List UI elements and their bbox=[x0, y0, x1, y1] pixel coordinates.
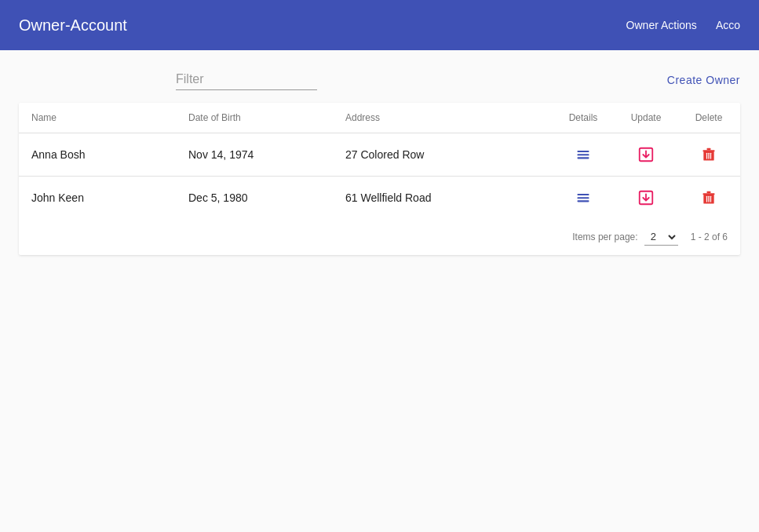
svg-rect-13 bbox=[578, 200, 589, 202]
items-per-page-wrapper: Items per page: 2 5 10 25 bbox=[572, 228, 677, 246]
col-header-update: Update bbox=[615, 103, 677, 133]
table-header-row: Name Date of Birth Address Details Updat… bbox=[19, 103, 740, 133]
per-page-select[interactable]: 2 5 10 25 bbox=[644, 228, 678, 246]
update-button[interactable] bbox=[634, 143, 658, 166]
pagination-range: 1 - 2 of 6 bbox=[691, 231, 728, 242]
details-button[interactable] bbox=[572, 187, 594, 209]
delete-button[interactable] bbox=[698, 144, 720, 166]
cell-details bbox=[552, 177, 615, 220]
cell-delete bbox=[677, 177, 740, 220]
account-menu[interactable]: Acco bbox=[716, 19, 740, 31]
cell-dob: Nov 14, 1974 bbox=[176, 133, 333, 177]
svg-rect-17 bbox=[703, 193, 715, 195]
cell-details bbox=[552, 133, 615, 177]
svg-rect-12 bbox=[578, 197, 589, 199]
pagination: Items per page: 2 5 10 25 1 - 2 of 6 bbox=[19, 219, 740, 255]
toolbar: Create Owner bbox=[19, 63, 740, 103]
col-header-details: Details bbox=[552, 103, 615, 133]
filter-wrapper bbox=[176, 69, 317, 90]
table-row: Anna Bosh Nov 14, 1974 27 Colored Row bbox=[19, 133, 740, 177]
create-owner-button[interactable]: Create Owner bbox=[667, 74, 740, 86]
col-header-delete: Delete bbox=[677, 103, 740, 133]
details-button[interactable] bbox=[572, 144, 594, 166]
update-button[interactable] bbox=[634, 186, 658, 210]
cell-update bbox=[615, 177, 677, 220]
owner-actions-menu[interactable]: Owner Actions bbox=[626, 19, 697, 31]
svg-rect-7 bbox=[707, 148, 711, 151]
cell-address: 61 Wellfield Road bbox=[333, 177, 552, 220]
col-header-address: Address bbox=[333, 103, 552, 133]
table-row: John Keen Dec 5, 1980 61 Wellfield Road bbox=[19, 177, 740, 220]
app-title: Owner-Account bbox=[19, 16, 127, 35]
owners-table-container: Name Date of Birth Address Details Updat… bbox=[19, 103, 740, 255]
svg-rect-2 bbox=[578, 157, 589, 159]
app-header: Owner-Account Owner Actions Acco bbox=[0, 0, 759, 50]
main-content: Create Owner Name Date of Birth Address … bbox=[0, 50, 759, 532]
owners-table: Name Date of Birth Address Details Updat… bbox=[19, 103, 740, 219]
items-per-page-label: Items per page: bbox=[572, 231, 637, 242]
delete-button[interactable] bbox=[698, 187, 720, 209]
svg-rect-11 bbox=[578, 194, 589, 195]
cell-name: John Keen bbox=[19, 177, 176, 220]
header-actions: Owner Actions Acco bbox=[626, 19, 740, 31]
cell-address: 27 Colored Row bbox=[333, 133, 552, 177]
svg-rect-6 bbox=[703, 150, 715, 151]
svg-rect-0 bbox=[578, 151, 589, 152]
svg-rect-18 bbox=[707, 191, 711, 194]
filter-input[interactable] bbox=[176, 69, 317, 90]
svg-rect-1 bbox=[578, 154, 589, 155]
cell-dob: Dec 5, 1980 bbox=[176, 177, 333, 220]
cell-delete bbox=[677, 133, 740, 177]
cell-name: Anna Bosh bbox=[19, 133, 176, 177]
col-header-dob: Date of Birth bbox=[176, 103, 333, 133]
cell-update bbox=[615, 133, 677, 177]
col-header-name: Name bbox=[19, 103, 176, 133]
